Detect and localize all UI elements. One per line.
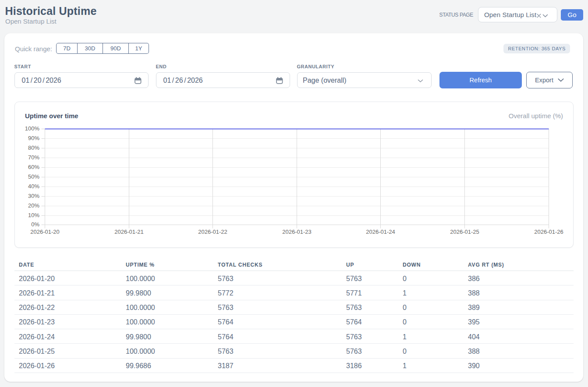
svg-text:20%: 20% xyxy=(28,202,39,209)
svg-text:90%: 90% xyxy=(28,135,39,141)
svg-text:50%: 50% xyxy=(28,173,39,180)
svg-text:2026-01-24: 2026-01-24 xyxy=(366,229,395,235)
svg-text:2026-01-26: 2026-01-26 xyxy=(534,229,563,235)
svg-text:2026-01-25: 2026-01-25 xyxy=(450,229,479,235)
svg-text:40%: 40% xyxy=(28,183,39,190)
svg-text:80%: 80% xyxy=(28,144,39,151)
svg-text:70%: 70% xyxy=(28,154,39,161)
svg-text:0%: 0% xyxy=(31,221,39,228)
svg-text:2026-01-21: 2026-01-21 xyxy=(114,229,144,235)
svg-text:100%: 100% xyxy=(25,125,40,132)
svg-text:30%: 30% xyxy=(28,193,39,199)
svg-text:2026-01-23: 2026-01-23 xyxy=(282,229,312,235)
svg-text:2026-01-22: 2026-01-22 xyxy=(198,229,227,235)
svg-text:60%: 60% xyxy=(28,164,39,170)
svg-text:2026-01-20: 2026-01-20 xyxy=(30,229,60,235)
svg-text:10%: 10% xyxy=(28,212,39,218)
